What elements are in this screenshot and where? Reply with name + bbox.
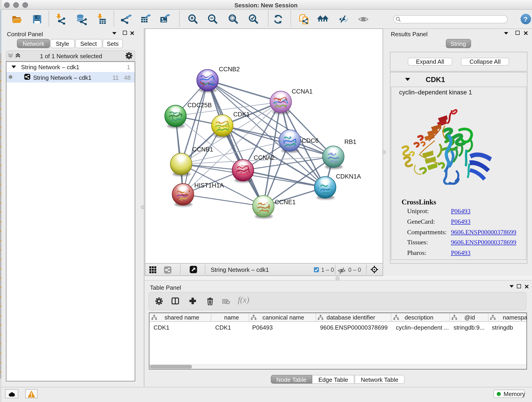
svg-text:CCNE1: CCNE1 [274, 199, 296, 206]
svg-text:CDK1: CDK1 [233, 111, 249, 118]
svg-text:HIST1H1A: HIST1H1A [194, 182, 224, 189]
svg-text:CCNB1: CCNB1 [192, 146, 213, 153]
svg-text:CCNA1: CCNA1 [291, 88, 312, 95]
svg-text:CCNB2: CCNB2 [219, 66, 240, 73]
svg-text:CDC25B: CDC25B [187, 102, 212, 109]
svg-text:RB1: RB1 [344, 138, 356, 145]
svg-text:CDKN1A: CDKN1A [336, 173, 361, 180]
svg-text:CCNA2: CCNA2 [253, 154, 274, 161]
svg-text:CDC6: CDC6 [302, 137, 318, 144]
